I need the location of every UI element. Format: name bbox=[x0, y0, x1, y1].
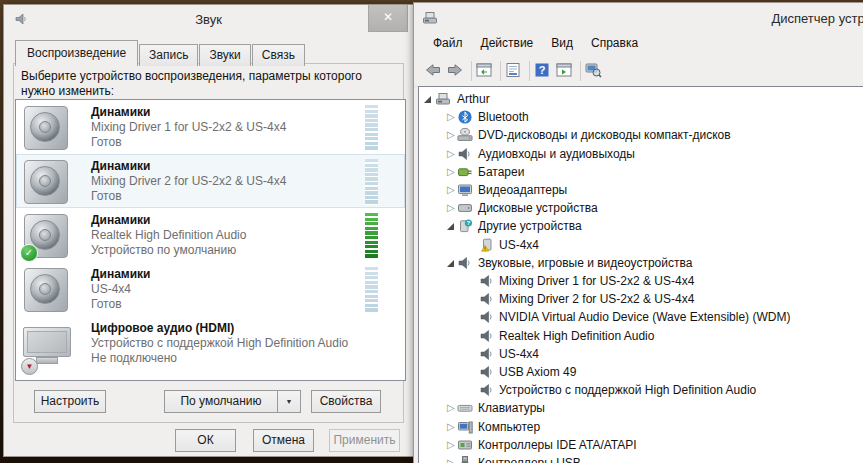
default-device-check-icon: ✓ bbox=[20, 244, 38, 262]
tree-item[interactable]: NVIDIA Virtual Audio Device (Wave Extens… bbox=[419, 308, 863, 326]
device-description: Устройство с поддержкой High Definition … bbox=[91, 336, 348, 351]
apply-button: Применить bbox=[329, 429, 400, 452]
properties-button[interactable]: Свойства bbox=[311, 390, 381, 413]
hdmi-monitor-icon: ▼ bbox=[23, 321, 69, 367]
ok-button[interactable]: ОК bbox=[175, 429, 236, 452]
expand-icon[interactable]: ▷ bbox=[447, 149, 455, 159]
tree-item[interactable]: ▷Аудиовходы и аудиовыходы bbox=[419, 145, 863, 163]
speaker-device-icon bbox=[24, 106, 68, 150]
scan-hardware-icon[interactable] bbox=[584, 60, 606, 81]
close-icon[interactable]: ✕ bbox=[368, 5, 408, 32]
device-description: Mixing Driver 1 for US-2x2 & US-4x4 bbox=[91, 120, 286, 135]
device-status: Готов bbox=[91, 189, 286, 204]
tree-item[interactable]: Mixing Driver 1 for US-2x2 & US-4x4 bbox=[419, 272, 863, 290]
tree-item[interactable]: Realtek High Definition Audio bbox=[419, 327, 863, 345]
sound-dialog-title: Звук bbox=[4, 12, 413, 27]
expand-icon[interactable]: ▷ bbox=[447, 403, 455, 413]
speaker-device-icon: ✓ bbox=[23, 213, 69, 259]
playback-device-row[interactable]: ДинамикиMixing Driver 2 for US-2x2 & US-… bbox=[16, 154, 405, 208]
sound-dialog-window: Звук ✕ ВоспроизведениеЗаписьЗвукиСвязь В… bbox=[3, 4, 414, 457]
expand-icon[interactable]: ▷ bbox=[447, 112, 455, 122]
tree-item[interactable]: ▷Контроллеры USB bbox=[419, 454, 863, 463]
tab-sounds[interactable]: Звуки bbox=[199, 44, 250, 66]
display-adapter-icon bbox=[457, 182, 473, 198]
hdmi-monitor-icon bbox=[23, 327, 71, 357]
tree-item-label: Компьютер bbox=[478, 420, 540, 434]
tree-item[interactable]: Устройство с поддержкой High Definition … bbox=[419, 381, 863, 399]
tree-item[interactable]: ▷Батареи bbox=[419, 163, 863, 181]
dm-title-bar: Диспетчер устройств bbox=[414, 3, 863, 31]
tree-item[interactable]: US-4x4 bbox=[419, 236, 863, 254]
tree-item[interactable]: USB Axiom 49 bbox=[419, 363, 863, 381]
playback-device-row[interactable]: ДинамикиUS-4x4Готов bbox=[16, 262, 405, 316]
dm-window-title: Диспетчер устройств bbox=[736, 11, 863, 26]
set-default-button[interactable]: По умолчанию bbox=[164, 390, 278, 413]
menu-файл[interactable]: Файл bbox=[424, 31, 472, 56]
export-list-icon[interactable] bbox=[555, 60, 577, 81]
device-manager-icon bbox=[422, 10, 438, 26]
computer-monitor-icon bbox=[457, 419, 473, 435]
tab-playback[interactable]: Воспроизведение bbox=[15, 40, 138, 66]
speaker-device-icon bbox=[24, 160, 68, 204]
back-icon[interactable] bbox=[424, 60, 446, 81]
playback-device-row[interactable]: ДинамикиMixing Driver 1 for US-2x2 & US-… bbox=[16, 100, 405, 154]
tree-item[interactable]: ▷Клавиатуры bbox=[419, 399, 863, 417]
tree-item[interactable]: ▷Дисковые устройства bbox=[419, 199, 863, 217]
console-tree-icon[interactable] bbox=[475, 60, 497, 81]
tree-item[interactable]: ▷Видеоадаптеры bbox=[419, 181, 863, 199]
svg-text:?: ? bbox=[539, 64, 546, 76]
forward-icon[interactable] bbox=[446, 60, 468, 81]
svg-text:?: ? bbox=[467, 221, 471, 227]
cancel-button[interactable]: Отмена bbox=[253, 429, 314, 452]
audio-device-icon bbox=[479, 364, 495, 380]
audio-device-icon bbox=[479, 328, 495, 344]
tree-item[interactable]: ▷Компьютер bbox=[419, 418, 863, 436]
menu-справка[interactable]: Справка bbox=[582, 31, 647, 56]
tab-communications[interactable]: Связь bbox=[252, 44, 305, 66]
tree-item[interactable]: ?Другие устройства bbox=[419, 217, 863, 235]
tree-item-label: US-4x4 bbox=[499, 347, 539, 361]
tree-item[interactable]: ▷DVD-дисководы и дисководы компакт-диско… bbox=[419, 126, 863, 144]
audio-device-icon bbox=[457, 255, 473, 271]
battery-icon bbox=[457, 164, 473, 180]
expand-icon[interactable]: ▷ bbox=[447, 203, 455, 213]
tree-item-label: Дисковые устройства bbox=[478, 201, 598, 215]
warning-device-icon bbox=[479, 237, 495, 253]
tree-item-label: Realtek High Definition Audio bbox=[499, 329, 654, 343]
tree-item[interactable]: ▷Bluetooth bbox=[419, 108, 863, 126]
tree-item[interactable]: US-4x4 bbox=[419, 345, 863, 363]
expand-icon[interactable]: ▷ bbox=[447, 130, 455, 140]
toolbar-separator bbox=[529, 61, 530, 81]
tree-item-label: Звуковые, игровые и видеоустройства bbox=[478, 256, 692, 270]
expand-icon[interactable]: ▷ bbox=[447, 185, 455, 195]
collapse-icon[interactable] bbox=[424, 96, 431, 103]
tree-item[interactable]: ▷Контроллеры IDE ATA/ATAPI bbox=[419, 436, 863, 454]
tree-item[interactable]: Arthur bbox=[419, 90, 863, 108]
dm-toolbar: ? bbox=[414, 56, 863, 87]
collapse-icon[interactable] bbox=[447, 223, 454, 230]
playback-device-row[interactable]: ▼Цифровое аудио (HDMI)Устройство с подде… bbox=[16, 316, 405, 378]
playback-device-list: ДинамикиMixing Driver 1 for US-2x2 & US-… bbox=[15, 99, 406, 381]
dvd-drive-icon bbox=[457, 127, 473, 143]
menu-вид[interactable]: Вид bbox=[542, 31, 582, 56]
tree-item[interactable]: Mixing Driver 2 for US-2x2 & US-4x4 bbox=[419, 290, 863, 308]
device-text: Цифровое аудио (HDMI)Устройство с поддер… bbox=[91, 321, 348, 366]
speaker-device-icon bbox=[23, 105, 69, 151]
expand-icon[interactable]: ▷ bbox=[447, 422, 455, 432]
expand-icon[interactable]: ▷ bbox=[447, 458, 455, 463]
collapse-icon[interactable] bbox=[447, 260, 454, 267]
properties-icon[interactable] bbox=[504, 60, 526, 81]
expand-icon[interactable]: ▷ bbox=[447, 440, 455, 450]
configure-button[interactable]: Настроить bbox=[34, 390, 106, 413]
audio-device-icon bbox=[479, 309, 495, 325]
tab-recording[interactable]: Запись bbox=[139, 44, 198, 66]
keyboard-icon bbox=[457, 400, 473, 416]
tree-item[interactable]: Звуковые, игровые и видеоустройства bbox=[419, 254, 863, 272]
help-icon[interactable]: ? bbox=[533, 60, 555, 81]
expand-icon[interactable]: ▷ bbox=[447, 167, 455, 177]
menu-действие[interactable]: Действие bbox=[472, 31, 543, 56]
device-status: Готов bbox=[91, 135, 286, 150]
tree-item-label: Устройство с поддержкой High Definition … bbox=[499, 383, 756, 397]
playback-device-row[interactable]: ✓ДинамикиRealtek High Definition AudioУс… bbox=[16, 208, 405, 262]
set-default-dropdown-button[interactable]: ▼ bbox=[277, 390, 301, 413]
